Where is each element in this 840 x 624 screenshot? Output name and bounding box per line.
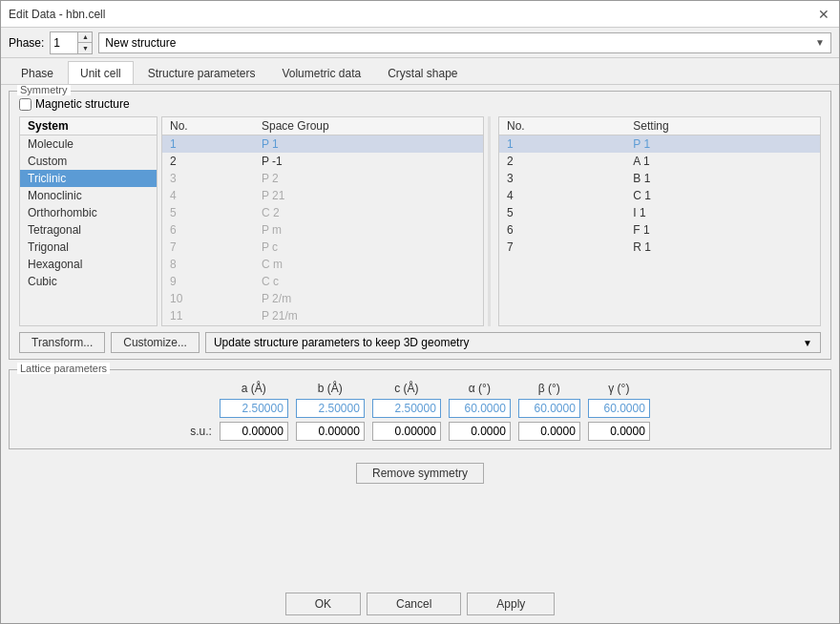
magnetic-checkbox[interactable] xyxy=(19,98,32,111)
sg-no-cell: 6 xyxy=(162,221,254,239)
lattice-content: a (Å) b (Å) c (Å) α (°) β (°) γ (°) xyxy=(19,376,821,443)
sg-row[interactable]: 7P c xyxy=(162,239,483,256)
tab-volumetric-data[interactable]: Volumetric data xyxy=(269,61,373,84)
sg-col-no: No. xyxy=(162,117,254,135)
setting-row[interactable]: 3B 1 xyxy=(499,170,820,187)
lattice-col-b: b (Å) xyxy=(292,380,368,397)
transform-button[interactable]: Transform... xyxy=(19,332,105,353)
sg-row[interactable]: 5C 2 xyxy=(162,204,483,221)
bottom-buttons: OK Cancel Apply xyxy=(1,585,839,623)
setting-table: No. Setting 1P 12A 13B 14C 15I 16F 17R 1 xyxy=(498,116,821,326)
update-params-label: Update structure parameters to keep 3D g… xyxy=(214,336,469,349)
sg-row[interactable]: 1P 1 xyxy=(162,135,483,154)
sg-no-cell: 3 xyxy=(162,170,254,187)
system-item-hexagonal[interactable]: Hexagonal xyxy=(20,256,157,273)
lattice-su-beta-cell xyxy=(514,420,584,443)
system-item-tetragonal[interactable]: Tetragonal xyxy=(20,221,157,239)
structure-name: New structure xyxy=(105,36,176,50)
sg-table: No. Space Group 1P 12P -13P 24P 215C 26P… xyxy=(162,117,483,324)
lattice-su-alpha-cell xyxy=(445,420,514,443)
remove-symmetry-button[interactable]: Remove symmetry xyxy=(356,463,484,484)
lattice-a-input[interactable] xyxy=(220,399,288,418)
lattice-values-row xyxy=(186,397,654,420)
sg-no-cell: 5 xyxy=(162,204,254,221)
system-item-triclinic[interactable]: Triclinic xyxy=(20,170,157,187)
lattice-gamma-input[interactable] xyxy=(588,399,650,418)
setting-row[interactable]: 6F 1 xyxy=(499,221,820,239)
sg-no-cell: 9 xyxy=(162,273,254,290)
setting-row[interactable]: 7R 1 xyxy=(499,239,820,256)
cancel-button[interactable]: Cancel xyxy=(367,593,461,615)
sg-name-cell: P -1 xyxy=(254,153,483,170)
symmetry-legend: Symmetry xyxy=(17,85,71,95)
lattice-su-alpha-input[interactable] xyxy=(449,422,511,441)
sg-row[interactable]: 9C c xyxy=(162,273,483,290)
lattice-su-a-input[interactable] xyxy=(220,422,288,441)
lattice-su-b-input[interactable] xyxy=(296,422,365,441)
sg-no-cell: 2 xyxy=(162,153,254,170)
lattice-c-cell xyxy=(368,397,445,420)
sg-name-cell: C 2 xyxy=(254,204,483,221)
setting-no-cell: 3 xyxy=(499,170,625,187)
lattice-col-alpha: α (°) xyxy=(445,380,514,397)
lattice-su-c-input[interactable] xyxy=(372,422,441,441)
system-item-trigonal[interactable]: Trigonal xyxy=(20,239,157,256)
vertical-divider xyxy=(488,116,491,326)
setting-name-cell: R 1 xyxy=(625,239,820,256)
lattice-col-gamma: γ (°) xyxy=(584,380,654,397)
lattice-c-input[interactable] xyxy=(372,399,441,418)
sg-row[interactable]: 11P 21/m xyxy=(162,307,483,324)
tab-phase[interactable]: Phase xyxy=(9,61,66,84)
tab-crystal-shape[interactable]: Crystal shape xyxy=(375,61,470,84)
setting-row[interactable]: 4C 1 xyxy=(499,187,820,204)
setting-row[interactable]: 1P 1 xyxy=(499,135,820,154)
lattice-table: a (Å) b (Å) c (Å) α (°) β (°) γ (°) xyxy=(186,380,654,443)
sg-row[interactable]: 3P 2 xyxy=(162,170,483,187)
phase-label: Phase: xyxy=(9,36,44,50)
system-item-orthorhombic[interactable]: Orthorhombic xyxy=(20,204,157,221)
sg-name-cell: P 1 xyxy=(254,135,483,154)
system-item-molecule[interactable]: Molecule xyxy=(20,135,157,153)
sg-row[interactable]: 8C m xyxy=(162,256,483,273)
system-item-monoclinic[interactable]: Monoclinic xyxy=(20,187,157,204)
symmetry-group: Symmetry Magnetic structure System Molec… xyxy=(9,91,831,360)
lattice-su-beta-input[interactable] xyxy=(518,422,580,441)
phase-input[interactable] xyxy=(51,32,77,53)
sg-row[interactable]: 10P 2/m xyxy=(162,290,483,307)
title-bar: Edit Data - hbn.cell ✕ xyxy=(1,1,839,28)
update-params-button[interactable]: Update structure parameters to keep 3D g… xyxy=(205,332,821,353)
tabs-bar: Phase Unit cell Structure parameters Vol… xyxy=(1,58,839,85)
lattice-col-a: a (Å) xyxy=(216,380,292,397)
update-dropdown-arrow: ▼ xyxy=(803,338,812,348)
apply-button[interactable]: Apply xyxy=(467,593,555,615)
sg-row[interactable]: 2P -1 xyxy=(162,153,483,170)
lattice-su-gamma-input[interactable] xyxy=(588,422,650,441)
sg-row[interactable]: 6P m xyxy=(162,221,483,239)
tab-unit-cell[interactable]: Unit cell xyxy=(68,61,134,84)
sg-row[interactable]: 4P 21 xyxy=(162,187,483,204)
setting-row[interactable]: 5I 1 xyxy=(499,204,820,221)
system-item-cubic[interactable]: Cubic xyxy=(20,273,157,290)
lattice-b-input[interactable] xyxy=(296,399,365,418)
main-content: Symmetry Magnetic structure System Molec… xyxy=(1,85,839,585)
lattice-col-beta: β (°) xyxy=(514,380,584,397)
system-item-custom[interactable]: Custom xyxy=(20,153,157,170)
remove-symmetry-row: Remove symmetry xyxy=(9,463,831,484)
sg-name-cell: C c xyxy=(254,273,483,290)
close-button[interactable]: ✕ xyxy=(816,7,831,22)
setting-row[interactable]: 2A 1 xyxy=(499,153,820,170)
phase-down-button[interactable]: ▼ xyxy=(78,43,92,53)
ok-button[interactable]: OK xyxy=(285,593,361,615)
setting-name-cell: F 1 xyxy=(625,221,820,239)
tab-structure-parameters[interactable]: Structure parameters xyxy=(136,61,268,84)
customize-button[interactable]: Customize... xyxy=(111,332,200,353)
structure-select[interactable]: New structure ▼ xyxy=(98,32,831,53)
lattice-alpha-input[interactable] xyxy=(449,399,511,418)
lattice-su-header xyxy=(186,380,216,397)
phase-spinner[interactable]: ▲ ▼ xyxy=(50,31,93,54)
magnetic-label[interactable]: Magnetic structure xyxy=(35,97,130,111)
phase-up-button[interactable]: ▲ xyxy=(78,32,92,43)
sg-name-cell: P m xyxy=(254,221,483,239)
lattice-beta-input[interactable] xyxy=(518,399,580,418)
setting-name-cell: I 1 xyxy=(625,204,820,221)
